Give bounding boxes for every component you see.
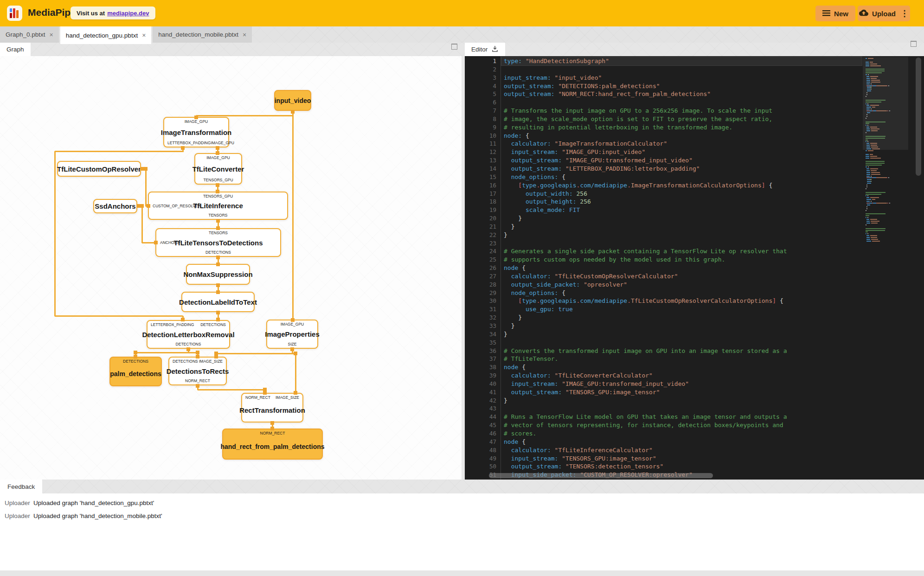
tab-hand-detection-mobile-pbtxt[interactable]: hand_detection_mobile.pbtxt × — [153, 26, 252, 43]
graph-node-detection-letterbox-removal[interactable]: LETTERBOX_PADDING DETECTIONS DetectionLe… — [147, 320, 230, 349]
code-line[interactable]: } — [504, 223, 862, 231]
line-number[interactable]: 47 — [465, 438, 500, 446]
line-number[interactable]: 19 — [465, 206, 500, 214]
code-line[interactable]: } — [504, 314, 862, 322]
line-number[interactable]: 49 — [465, 454, 500, 463]
line-number[interactable]: 14 — [465, 165, 500, 173]
line-number[interactable]: 22 — [465, 231, 500, 239]
code-line[interactable]: # scores. — [504, 429, 862, 438]
tab-graph-0-pbtxt[interactable]: Graph_0.pbtxt × — [0, 26, 59, 43]
code-line[interactable]: } — [504, 214, 862, 223]
code-line[interactable]: # image, the scale_mode option is set to… — [504, 115, 862, 123]
line-number[interactable]: 21 — [465, 223, 500, 231]
code-line[interactable]: type: "HandDetectionSubgraph" — [501, 57, 862, 65]
line-number[interactable]: 2 — [465, 65, 500, 74]
code-line[interactable]: # supports custom ops needed by the mode… — [504, 256, 862, 264]
code-line[interactable]: # Runs a TensorFlow Lite model on GPU th… — [504, 413, 862, 421]
tab-graph-panel[interactable]: Graph — [0, 43, 31, 56]
line-number[interactable]: 28 — [465, 281, 500, 289]
code-line[interactable]: } — [504, 231, 862, 239]
line-number[interactable]: 18 — [465, 198, 500, 206]
code-line[interactable]: calculator: "TfLiteConverterCalculator" — [504, 371, 862, 380]
code-line[interactable]: input_stream: "TENSORS_GPU:image_tensor" — [504, 454, 862, 463]
code-line[interactable]: node { — [504, 363, 862, 371]
line-number[interactable]: 33 — [465, 322, 500, 330]
code-line[interactable]: output_side_packet: "opresolver" — [504, 281, 862, 289]
line-number[interactable]: 48 — [465, 446, 500, 454]
graph-node-non-max-suppression[interactable]: NonMaxSuppression — [186, 264, 250, 285]
code-line[interactable] — [504, 404, 862, 413]
line-number[interactable]: 37 — [465, 355, 500, 363]
line-number[interactable]: 42 — [465, 397, 500, 405]
line-number[interactable]: 20 — [465, 214, 500, 223]
graph-node-hand-rect-from-palm-detections[interactable]: NORM_RECT hand_rect_from_palm_detections — [222, 429, 323, 460]
line-number[interactable]: 35 — [465, 339, 500, 347]
line-number[interactable]: 23 — [465, 239, 500, 248]
close-icon[interactable]: × — [243, 32, 246, 38]
code-line[interactable]: output_stream: "IMAGE_GPU:transformed_in… — [504, 156, 862, 165]
line-number[interactable]: 36 — [465, 347, 500, 355]
code-line[interactable]: calculator: "TfLiteCustomOpResolverCalcu… — [504, 272, 862, 281]
tab-hand-detection-gpu-pbtxt[interactable]: hand_detection_gpu.pbtxt × — [60, 26, 152, 44]
code-line[interactable]: } — [504, 330, 862, 339]
code-line[interactable]: input_stream: "IMAGE_GPU:transformed_inp… — [504, 380, 862, 388]
line-number[interactable]: 30 — [465, 297, 500, 305]
code-line[interactable]: node_options: { — [504, 289, 862, 297]
code-line[interactable]: node { — [504, 438, 862, 446]
code-line[interactable]: output_stream: "LETTERBOX_PADDING:letter… — [504, 165, 862, 173]
line-number[interactable]: 45 — [465, 421, 500, 429]
code-line[interactable]: node { — [504, 264, 862, 272]
line-number[interactable]: 29 — [465, 289, 500, 297]
line-number[interactable]: 11 — [465, 140, 500, 148]
close-icon[interactable]: × — [142, 32, 146, 38]
graph-node-tflite-custom-op-resolver[interactable]: TfLiteCustomOpResolver — [57, 161, 141, 177]
line-number[interactable]: 24 — [465, 247, 500, 256]
line-number[interactable]: 46 — [465, 429, 500, 438]
code-line[interactable]: output_stream: "NORM_RECT:hand_rect_from… — [504, 90, 862, 98]
line-number[interactable]: 7 — [465, 107, 500, 115]
code-line[interactable]: calculator: "ImageTransformationCalculat… — [504, 140, 862, 148]
code-line[interactable]: # resulting in potential letterboxing in… — [504, 123, 862, 132]
line-number[interactable]: 43 — [465, 404, 500, 413]
code-line[interactable]: output_stream: "DETECTIONS:palm_detectio… — [504, 82, 862, 90]
line-number[interactable]: 6 — [465, 98, 500, 107]
tab-feedback-panel[interactable]: Feedback — [0, 480, 42, 493]
graph-node-image-properties[interactable]: IMAGE_GPU ImageProperties SIZE — [266, 320, 318, 349]
code-line[interactable]: # Generates a single side packet contain… — [504, 247, 862, 256]
graph-node-tflite-inference[interactable]: TENSORS_GPU CUSTOM_OP_RESOLVER TfLiteInf… — [148, 192, 288, 220]
line-number[interactable]: 8 — [465, 115, 500, 123]
line-number[interactable]: 5 — [465, 90, 500, 98]
code-line[interactable]: [type.googleapis.com/mediapipe.ImageTran… — [504, 181, 862, 190]
graph-node-tflite-converter[interactable]: IMAGE_GPU TfLiteConverter TENSORS_GPU — [194, 153, 242, 185]
line-number[interactable]: 32 — [465, 314, 500, 322]
code-line[interactable]: } — [504, 397, 862, 405]
code-line[interactable] — [504, 339, 862, 347]
code-line[interactable]: calculator: "TfLiteInferenceCalculator" — [504, 446, 862, 454]
line-number[interactable]: 39 — [465, 371, 500, 380]
code-line[interactable]: node_options: { — [504, 173, 862, 181]
mediapipe-dev-link[interactable]: mediapipe.dev — [107, 10, 149, 17]
line-number[interactable]: 38 — [465, 363, 500, 371]
code-area[interactable]: type: "HandDetectionSubgraph"input_strea… — [504, 56, 862, 479]
line-number[interactable]: 40 — [465, 380, 500, 388]
line-number-gutter[interactable]: 1234567891011121314151617181920212223242… — [465, 56, 501, 480]
code-line[interactable] — [504, 65, 862, 74]
line-number[interactable]: 12 — [465, 148, 500, 156]
code-line[interactable]: scale_mode: FIT — [504, 206, 862, 214]
code-line[interactable]: # Transforms the input image on GPU to a… — [504, 107, 862, 115]
code-line[interactable] — [504, 239, 862, 248]
close-icon[interactable]: × — [50, 32, 53, 38]
line-number[interactable]: 4 — [465, 82, 500, 90]
tab-editor-panel[interactable]: Editor — [465, 43, 505, 56]
code-line[interactable]: output_width: 256 — [504, 190, 862, 198]
code-line[interactable]: input_stream: "IMAGE_GPU:input_video" — [504, 148, 862, 156]
line-number[interactable]: 26 — [465, 264, 500, 272]
line-number[interactable]: 25 — [465, 256, 500, 264]
code-line[interactable]: input_stream: "input_video" — [504, 74, 862, 82]
horizontal-scrollbar[interactable] — [489, 473, 713, 478]
graph-node-ssd-anchors[interactable]: SsdAnchors — [93, 199, 137, 213]
code-line[interactable]: output_stream: "TENSORS:detection_tensor… — [504, 462, 862, 471]
line-number[interactable]: 9 — [465, 123, 500, 132]
line-number[interactable]: 13 — [465, 156, 500, 165]
code-line[interactable]: # vector of tensors representing, for in… — [504, 421, 862, 429]
